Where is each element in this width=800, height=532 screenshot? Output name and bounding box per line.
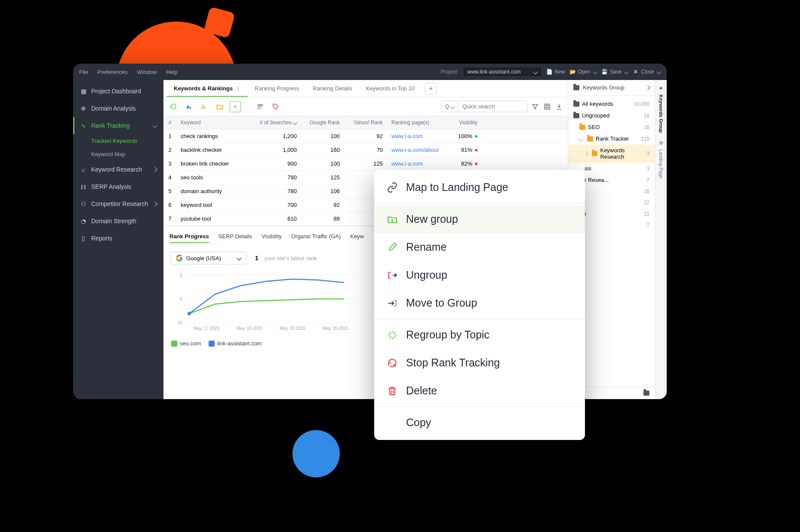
legend-item-seo[interactable]: seo.com bbox=[171, 340, 201, 347]
sidebar-sub-tracked-keywords[interactable]: Tracked Keywords bbox=[73, 134, 163, 148]
menu-file[interactable]: File bbox=[79, 69, 88, 75]
menu-window[interactable]: Window bbox=[137, 69, 157, 75]
sidebar-item-domain-strength[interactable]: ◔Domain Strength bbox=[73, 212, 163, 230]
toolbar-tag-button[interactable] bbox=[270, 101, 281, 112]
grid-button[interactable] bbox=[543, 102, 551, 111]
side-tab-keywords-group[interactable]: Keywords Group bbox=[658, 91, 664, 136]
tab-keywords-top10[interactable]: Keywords in Top 10 bbox=[359, 81, 422, 96]
search-scope-button[interactable]: Q bbox=[442, 101, 458, 112]
lower-tab-serp-details[interactable]: SERP Details bbox=[218, 231, 252, 243]
cell-ranking-page[interactable]: www.l-a.com bbox=[387, 129, 452, 143]
lower-tab-rank-progress[interactable]: Rank Progress bbox=[169, 231, 209, 243]
project-label: Project: bbox=[441, 69, 458, 75]
collapse-icon[interactable] bbox=[645, 85, 650, 90]
cell-keyword: seo tools bbox=[176, 171, 254, 184]
search-scope-label: Q bbox=[445, 104, 449, 110]
sidebar-item-keyword-research[interactable]: ⌕Keyword Research bbox=[73, 161, 163, 178]
separator bbox=[374, 406, 585, 407]
toolbar: + Q bbox=[163, 97, 568, 116]
cm-move-to-group[interactable]: Move to Group bbox=[374, 289, 585, 317]
cm-stop-rank-tracking[interactable]: Stop Rank Tracking bbox=[374, 349, 585, 377]
tab-ranking-progress[interactable]: Ranking Progress bbox=[248, 81, 306, 96]
svg-point-1 bbox=[258, 104, 260, 106]
cm-rename[interactable]: Rename bbox=[374, 233, 585, 261]
sidebar-item-rank-tracking[interactable]: ∿Rank Tracking bbox=[73, 117, 163, 134]
sidebar-label: SERP Analysis bbox=[91, 183, 131, 190]
sidebar-item-dashboard[interactable]: ▦Project Dashboard bbox=[73, 83, 163, 100]
th-yahoo-rank[interactable]: Yahoo! Rank bbox=[344, 116, 387, 129]
table-row[interactable]: 2 backlink checker 1,000 160 70 www.l-a.… bbox=[163, 143, 568, 157]
add-folder-icon[interactable] bbox=[643, 391, 649, 396]
th-ranking-pages[interactable]: Ranking page(s) bbox=[387, 116, 452, 129]
cm-regroup-by-topic[interactable]: Regroup by Topic bbox=[374, 321, 585, 349]
group-count: 16 bbox=[644, 113, 649, 119]
add-tab-button[interactable]: + bbox=[425, 83, 437, 95]
lower-tab-keyword[interactable]: Keyw bbox=[350, 231, 364, 243]
cm-map-to-landing-page[interactable]: Map to Landing Page bbox=[374, 173, 585, 201]
legend-item-link-assistant[interactable]: link-assistant.com bbox=[209, 340, 262, 347]
download-button[interactable] bbox=[555, 102, 563, 111]
folder-icon bbox=[592, 151, 597, 156]
sidebar-label: Competitor Research bbox=[91, 200, 148, 207]
globe-icon: ⊕ bbox=[80, 105, 87, 112]
cm-label: Ungroup bbox=[406, 269, 447, 281]
cm-new-group[interactable]: New group bbox=[374, 205, 585, 233]
cell-ranking-page[interactable]: www.l-a.com bbox=[387, 157, 452, 170]
group-count: 3 bbox=[646, 166, 649, 172]
close-button[interactable]: ✖Close bbox=[632, 68, 661, 75]
lower-tab-visibility[interactable]: Visibility bbox=[262, 231, 282, 243]
th-google-rank[interactable]: Google Rank bbox=[301, 116, 344, 129]
side-tab-landing-page[interactable]: Landing Page bbox=[658, 146, 664, 182]
cm-ungroup[interactable]: Ungroup bbox=[374, 261, 585, 289]
project-select[interactable]: www.link-assistant.com bbox=[463, 67, 542, 77]
toolbar-ads-button[interactable] bbox=[183, 101, 194, 112]
group-row[interactable]: Rank Tracker 215 bbox=[568, 133, 655, 145]
menu-preferences[interactable]: Preferences bbox=[98, 69, 128, 75]
lower-tab-organic-traffic[interactable]: Organic Traffic (GA) bbox=[291, 231, 341, 243]
toolbar-folder-button[interactable] bbox=[214, 101, 225, 112]
group-row[interactable]: Keywords Research 3 bbox=[568, 145, 655, 163]
legend-color-icon bbox=[209, 341, 215, 347]
th-index[interactable]: # bbox=[163, 116, 176, 129]
open-button[interactable]: 📂Open bbox=[569, 68, 597, 75]
sparkle-icon bbox=[386, 329, 398, 341]
th-searches[interactable]: # of Searches bbox=[254, 116, 301, 129]
group-row[interactable]: SEO 16 bbox=[568, 121, 655, 133]
toolbar-refresh-button[interactable] bbox=[168, 101, 179, 112]
group-count: 16 bbox=[644, 188, 649, 194]
toolbar-users-button[interactable] bbox=[255, 101, 266, 112]
user-icon: ⚇ bbox=[80, 200, 87, 207]
sidebar-item-domain-analysis[interactable]: ⊕Domain Analysis bbox=[73, 100, 163, 117]
menu-help[interactable]: Help bbox=[166, 69, 178, 75]
table-row[interactable]: 1 check rankings 1,200 100 92 www.l-a.co… bbox=[163, 129, 568, 143]
new-button[interactable]: 📄New bbox=[546, 68, 565, 75]
filter-button[interactable] bbox=[531, 102, 539, 111]
tab-keywords-rankings[interactable]: Keywords & Rankings⋮ bbox=[167, 81, 248, 97]
toolbar-orange-button[interactable] bbox=[199, 101, 210, 112]
folder-icon bbox=[573, 85, 579, 90]
cell-yahoo-rank: 70 bbox=[344, 143, 387, 157]
save-button[interactable]: 💾Save bbox=[601, 68, 628, 75]
sidebar-item-competitor-research[interactable]: ⚇Competitor Research bbox=[73, 195, 163, 212]
toolbar-add-button[interactable]: + bbox=[230, 101, 241, 112]
svg-rect-4 bbox=[548, 104, 550, 106]
group-row[interactable]: Ungrouped 16 bbox=[568, 110, 655, 121]
engine-select[interactable]: Google (USA) bbox=[170, 252, 246, 264]
table-row[interactable]: 3 broken link checker 900 100 125 www.l-… bbox=[163, 157, 568, 171]
cell-index: 5 bbox=[163, 185, 176, 198]
th-keyword[interactable]: Keyword bbox=[176, 116, 254, 129]
sidebar-item-reports[interactable]: ▯Reports bbox=[73, 230, 163, 247]
group-row[interactable]: All keywords 10,000 bbox=[568, 98, 655, 110]
group-label: Ungrouped bbox=[582, 112, 609, 119]
group-count: 16 bbox=[644, 124, 649, 130]
search-input[interactable] bbox=[458, 101, 527, 112]
sidebar-sub-keyword-map[interactable]: Keyword Map bbox=[73, 148, 163, 161]
kebab-icon[interactable]: ⋮ bbox=[235, 85, 241, 92]
cell-ranking-page[interactable]: www.l-a.com/about bbox=[387, 143, 452, 157]
tab-ranking-details[interactable]: Ranking Details bbox=[306, 81, 359, 96]
cm-delete[interactable]: Delete bbox=[374, 377, 585, 405]
th-visibility[interactable]: Visibility bbox=[452, 116, 482, 129]
document-icon: ▯ bbox=[80, 235, 87, 242]
sidebar-item-serp-analysis[interactable]: ⫿⫿SERP Analysis bbox=[73, 178, 163, 195]
cm-copy[interactable]: Copy bbox=[374, 409, 585, 437]
